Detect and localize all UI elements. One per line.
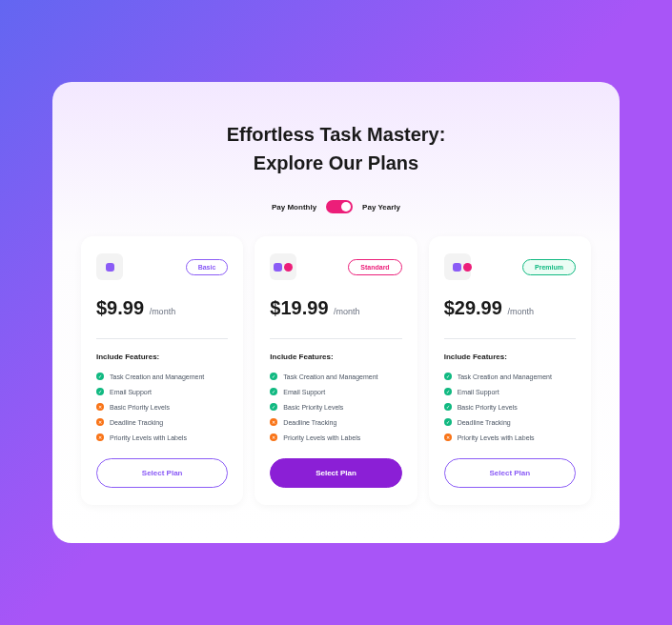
feature-item: ✓Email Support xyxy=(444,388,576,395)
plan-icon xyxy=(270,253,296,280)
features-title: Include Features: xyxy=(96,353,228,361)
feature-text: Basic Priority Levels xyxy=(283,404,343,411)
features-list: ✓Task Creation and Management✓Email Supp… xyxy=(270,373,401,441)
x-icon: ✕ xyxy=(96,418,104,426)
feature-item: ✕Deadline Tracking xyxy=(270,418,401,426)
x-icon: ✕ xyxy=(96,403,104,411)
check-icon: ✓ xyxy=(444,418,452,426)
feature-text: Basic Priority Levels xyxy=(110,404,170,411)
feature-item: ✓Email Support xyxy=(96,388,228,395)
feature-text: Task Creation and Management xyxy=(283,373,377,380)
card-header: Premium xyxy=(444,253,576,280)
check-icon: ✓ xyxy=(270,403,277,411)
x-icon: ✕ xyxy=(270,418,277,426)
feature-item: ✕Priority Levels with Labels xyxy=(96,433,228,441)
divider xyxy=(270,338,401,339)
toggle-monthly-label: Pay Monthly xyxy=(272,203,316,212)
feature-text: Priority Levels with Labels xyxy=(110,434,187,441)
feature-item: ✕Deadline Tracking xyxy=(96,418,228,426)
plan-card-premium: Premium $29.99 /month Include Features: … xyxy=(429,236,591,505)
features-title: Include Features: xyxy=(444,353,576,361)
feature-text: Task Creation and Management xyxy=(110,373,204,380)
plan-icon xyxy=(444,253,471,280)
pricing-container: Effortless Task Mastery: Explore Our Pla… xyxy=(52,82,620,543)
x-icon: ✕ xyxy=(444,433,452,441)
feature-item: ✕Priority Levels with Labels xyxy=(270,433,401,441)
check-icon: ✓ xyxy=(444,403,452,411)
feature-item: ✓Email Support xyxy=(270,388,401,395)
x-icon: ✕ xyxy=(96,433,104,441)
check-icon: ✓ xyxy=(270,388,277,395)
pricing-cards: Basic $9.99 /month Include Features: ✓Ta… xyxy=(81,236,591,505)
plan-price: $19.99 /month xyxy=(270,297,401,319)
feature-text: Email Support xyxy=(458,389,499,395)
feature-item: ✓Deadline Tracking xyxy=(444,418,576,426)
feature-text: Priority Levels with Labels xyxy=(458,434,535,441)
divider xyxy=(96,338,228,339)
plan-price: $29.99 /month xyxy=(444,297,576,319)
feature-item: ✓Task Creation and Management xyxy=(96,373,228,380)
check-icon: ✓ xyxy=(270,373,277,380)
feature-item: ✓Task Creation and Management xyxy=(270,373,401,380)
plan-card-standard: Standard $19.99 /month Include Features:… xyxy=(255,236,417,505)
feature-item: ✓Task Creation and Management xyxy=(444,373,576,380)
select-plan-button[interactable]: Select Plan xyxy=(444,458,576,488)
feature-item: ✓Basic Priority Levels xyxy=(270,403,401,411)
plan-badge: Standard xyxy=(348,259,401,275)
feature-item: ✕Priority Levels with Labels xyxy=(444,433,576,441)
plan-price: $9.99 /month xyxy=(96,297,228,319)
feature-text: Email Support xyxy=(283,389,325,395)
feature-text: Task Creation and Management xyxy=(458,373,552,380)
check-icon: ✓ xyxy=(96,373,104,380)
select-plan-button[interactable]: Select Plan xyxy=(270,458,401,488)
plan-card-basic: Basic $9.99 /month Include Features: ✓Ta… xyxy=(81,236,243,505)
page-title: Effortless Task Mastery: Explore Our Pla… xyxy=(193,120,479,177)
card-header: Basic xyxy=(96,253,228,280)
plan-badge: Premium xyxy=(522,259,576,275)
x-icon: ✕ xyxy=(270,433,277,441)
check-icon: ✓ xyxy=(444,388,452,395)
feature-text: Basic Priority Levels xyxy=(458,404,518,411)
card-header: Standard xyxy=(270,253,401,280)
toggle-yearly-label: Pay Yearly xyxy=(362,203,400,212)
features-list: ✓Task Creation and Management✓Email Supp… xyxy=(96,373,228,441)
select-plan-button[interactable]: Select Plan xyxy=(96,458,228,488)
billing-toggle-row: Pay Monthly Pay Yearly xyxy=(81,200,591,213)
check-icon: ✓ xyxy=(444,373,452,380)
feature-text: Email Support xyxy=(110,389,152,395)
feature-text: Deadline Tracking xyxy=(458,419,511,426)
check-icon: ✓ xyxy=(96,388,104,395)
features-title: Include Features: xyxy=(270,353,401,361)
billing-toggle[interactable] xyxy=(326,200,353,213)
feature-item: ✕Basic Priority Levels xyxy=(96,403,228,411)
plan-badge: Basic xyxy=(186,259,229,275)
divider xyxy=(444,338,576,339)
feature-item: ✓Basic Priority Levels xyxy=(444,403,576,411)
feature-text: Priority Levels with Labels xyxy=(283,434,360,441)
feature-text: Deadline Tracking xyxy=(110,419,163,426)
features-list: ✓Task Creation and Management✓Email Supp… xyxy=(444,373,576,441)
feature-text: Deadline Tracking xyxy=(283,419,336,426)
plan-icon xyxy=(96,253,123,280)
